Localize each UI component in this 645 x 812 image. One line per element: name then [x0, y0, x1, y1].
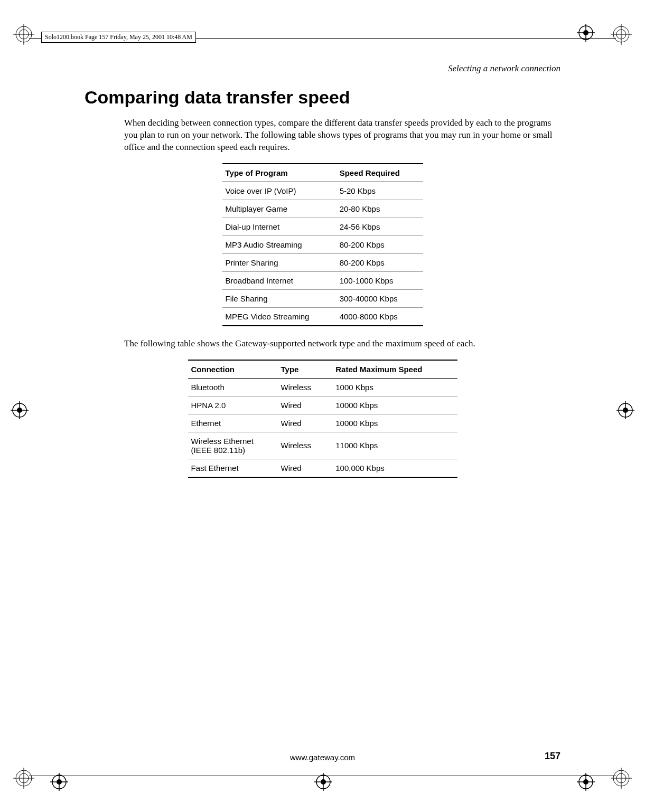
table-row: Wireless Ethernet (IEEE 802.11b)Wireless… — [188, 432, 457, 459]
table-cell: 1000 Kbps — [332, 378, 457, 396]
table-cell: Multiplayer Game — [222, 200, 336, 218]
crosshair-icon — [11, 401, 29, 419]
table-cell: 4000-8000 Kbps — [336, 307, 423, 326]
table-cell: Wired — [278, 414, 333, 432]
registration-mark-br — [611, 768, 632, 791]
footer: www.gateway.com 157 — [85, 753, 560, 762]
table-cell: 100-1000 Kbps — [336, 271, 423, 289]
table-cell: Voice over IP (VoIP) — [222, 182, 336, 200]
table-cell: MP3 Audio Streaming — [222, 235, 336, 253]
table-cell: 10000 Kbps — [332, 396, 457, 414]
print-header-tag: Solo1200.book Page 157 Friday, May 25, 2… — [41, 32, 196, 43]
registration-mark-tl — [13, 24, 34, 47]
table-header: Type — [278, 360, 333, 379]
table-cell: Broadband Internet — [222, 271, 336, 289]
page-title: Comparing data transfer speed — [85, 87, 560, 108]
table-header: Speed Required — [336, 164, 423, 182]
table-row: MP3 Audio Streaming80-200 Kbps — [222, 235, 423, 253]
table-header: Type of Program — [222, 164, 336, 182]
table-cell: Wired — [278, 459, 333, 477]
table-cell: Wired — [278, 396, 333, 414]
running-header: Selecting a network connection — [85, 63, 560, 74]
page-number: 157 — [545, 751, 560, 762]
program-speed-table: Type of Program Speed Required Voice ove… — [222, 163, 423, 326]
table-cell: 300-40000 Kbps — [336, 289, 423, 307]
table-cell: Printer Sharing — [222, 253, 336, 271]
table-cell: 24-56 Kbps — [336, 218, 423, 235]
table-cell: HPNA 2.0 — [188, 396, 278, 414]
table-cell: Wireless Ethernet (IEEE 802.11b) — [188, 432, 278, 459]
intro-paragraph-2: The following table shows the Gateway-su… — [85, 338, 560, 350]
footer-url: www.gateway.com — [290, 753, 355, 762]
table-row: Voice over IP (VoIP)5-20 Kbps — [222, 182, 423, 200]
footer-rule — [29, 776, 616, 776]
table-cell: Bluetooth — [188, 378, 278, 396]
table-row: Dial-up Internet24-56 Kbps — [222, 218, 423, 235]
table-row: MPEG Video Streaming4000-8000 Kbps — [222, 307, 423, 326]
table-row: File Sharing300-40000 Kbps — [222, 289, 423, 307]
table-header: Connection — [188, 360, 278, 379]
table-row: Multiplayer Game20-80 Kbps — [222, 200, 423, 218]
registration-mark-tr — [611, 24, 632, 47]
table-cell: 5-20 Kbps — [336, 182, 423, 200]
table-header: Rated Maximum Speed — [332, 360, 457, 379]
table-row: Broadband Internet100-1000 Kbps — [222, 271, 423, 289]
table-cell: 80-200 Kbps — [336, 235, 423, 253]
registration-mark-bl — [13, 768, 34, 791]
table-cell: 11000 Kbps — [332, 432, 457, 459]
table-row: Fast EthernetWired100,000 Kbps — [188, 459, 457, 477]
table-cell: Dial-up Internet — [222, 218, 336, 235]
table-row: Printer Sharing80-200 Kbps — [222, 253, 423, 271]
table-cell: Wireless — [278, 432, 333, 459]
crosshair-icon — [577, 24, 595, 42]
table-cell: File Sharing — [222, 289, 336, 307]
connection-type-table: Connection Type Rated Maximum Speed Blue… — [188, 360, 457, 478]
table-cell: 10000 Kbps — [332, 414, 457, 432]
table-cell: MPEG Video Streaming — [222, 307, 336, 326]
table-cell: Fast Ethernet — [188, 459, 278, 477]
intro-paragraph-1: When deciding between connection types, … — [85, 117, 560, 154]
table-cell: 20-80 Kbps — [336, 200, 423, 218]
table-row: EthernetWired10000 Kbps — [188, 414, 457, 432]
table-row: HPNA 2.0Wired10000 Kbps — [188, 396, 457, 414]
table-cell: 100,000 Kbps — [332, 459, 457, 477]
table-row: BluetoothWireless1000 Kbps — [188, 378, 457, 396]
crosshair-icon — [616, 401, 634, 419]
table-cell: Ethernet — [188, 414, 278, 432]
table-cell: Wireless — [278, 378, 333, 396]
table-cell: 80-200 Kbps — [336, 253, 423, 271]
